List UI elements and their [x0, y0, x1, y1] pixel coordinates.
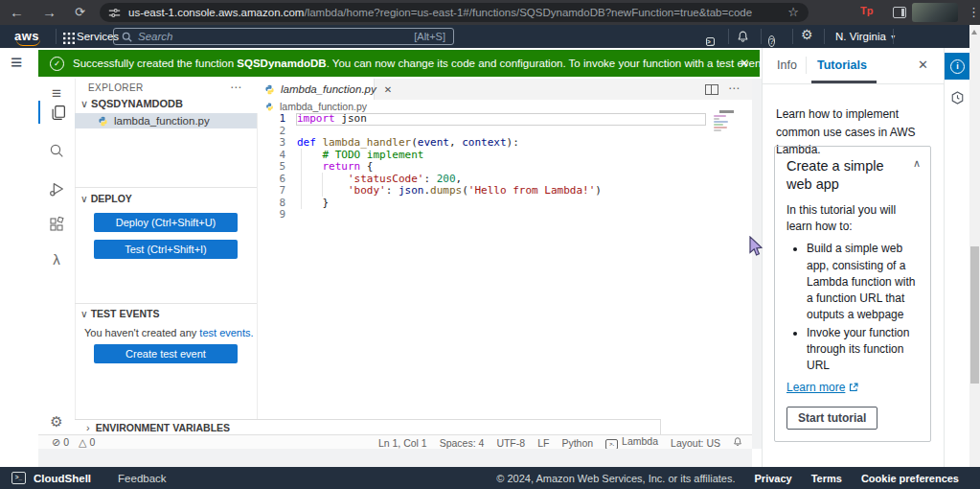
python-file-icon — [98, 116, 108, 127]
explorer-icon[interactable] — [38, 101, 77, 124]
footer-privacy-link[interactable]: Privacy — [755, 473, 792, 484]
status-cursor-position[interactable]: Ln 1, Col 1 — [378, 437, 427, 449]
external-link-icon — [849, 383, 858, 392]
reload-icon[interactable]: ⟳ — [75, 1, 85, 24]
minimap-slider[interactable] — [719, 110, 734, 113]
info-panel-toggle[interactable]: i — [945, 53, 970, 80]
console-footer: >_ CloudShell Feedback © 2024, Amazon We… — [0, 467, 980, 489]
tab-strip: lambda_function.py ✕ ⋯ — [257, 79, 752, 100]
code-editor: ≡ λ ⚙ — [38, 79, 752, 449]
extension-tp-icon[interactable]: Tp — [860, 5, 873, 16]
status-language[interactable]: Python — [561, 437, 593, 449]
aws-logo[interactable]: aws — [14, 29, 39, 43]
aws-search-input[interactable]: Search [Alt+S] — [113, 28, 454, 45]
help-panel: Info Tutorials ✕ Learn how to implement … — [762, 48, 945, 467]
side-panel-icon[interactable] — [893, 7, 906, 18]
console-nav-hamburger-icon[interactable]: ≡ — [11, 51, 22, 74]
footer-terms-link[interactable]: Terms — [811, 473, 842, 484]
test-events-section-header[interactable]: ∨TEST EVENTS — [80, 308, 159, 319]
explorer-header: EXPLORER — [88, 82, 144, 93]
forward-icon[interactable]: → — [42, 1, 57, 24]
manage-gear-icon[interactable]: ⚙ — [38, 410, 75, 433]
footer-cloudshell[interactable]: CloudShell — [34, 473, 91, 484]
errors-count[interactable]: ⊘ 0 — [52, 436, 69, 449]
tree-folder[interactable]: ∨SQSDYNAMDODB — [80, 98, 183, 110]
cloudshell-icon[interactable]: >_ — [706, 31, 715, 48]
test-events-link[interactable]: test events. — [199, 327, 253, 338]
site-info-icon[interactable] — [108, 7, 121, 19]
flashbar-close-icon[interactable]: ✕ — [740, 57, 749, 70]
no-test-events-text: You haven't created any test events. — [84, 327, 254, 338]
search-shortcut: [Alt+S] — [414, 31, 445, 42]
code-line[interactable]: 1import json — [257, 113, 752, 126]
scroll-up-icon[interactable] — [971, 30, 977, 35]
success-flashbar: ✓ Successfully created the function SQSD… — [38, 50, 760, 77]
tree-file-lambda-function[interactable]: lambda_function.py — [75, 113, 257, 128]
code-line[interactable]: 8 } — [257, 198, 752, 210]
create-test-event-button[interactable]: Create test event (Ctrl+Shift+C) — [94, 344, 238, 363]
status-eol[interactable]: LF — [537, 437, 549, 449]
success-check-icon: ✓ — [50, 57, 64, 71]
environment-variables-section[interactable]: › ENVIRONMENT VARIABLES — [75, 419, 661, 435]
recent-activity-icon[interactable] — [950, 90, 965, 109]
deploy-button[interactable]: Deploy (Ctrl+Shift+U) — [94, 213, 238, 232]
address-bar[interactable]: us-east-1.console.aws.amazon.com/lambda/… — [100, 3, 809, 22]
collapse-chevron-icon[interactable]: ∧ — [913, 157, 921, 194]
tutorial-card-lead: In this tutorial you will learn how to: — [786, 202, 921, 236]
cloudshell-icon[interactable]: >_ — [11, 472, 26, 484]
region-selector[interactable]: N. Virginia▼ — [835, 31, 897, 42]
info-icon: i — [950, 59, 965, 74]
tab-lambda-function[interactable]: lambda_function.py ✕ — [257, 79, 375, 100]
tab-tutorials[interactable]: Tutorials — [817, 58, 867, 72]
breadcrumb[interactable]: lambda_function.py — [257, 100, 752, 113]
error-icon: ⊘ — [52, 436, 60, 448]
screen: ← → ⟳ us-east-1.console.aws.amazon.com/l… — [0, 0, 980, 489]
status-layout[interactable]: Layout: US — [671, 437, 720, 449]
search-placeholder: Search — [138, 31, 172, 42]
start-tutorial-button[interactable]: Start tutorial — [786, 407, 877, 430]
tutorial-bullets: Build a simple web app, consisting of a … — [786, 241, 921, 373]
explorer-more-icon[interactable]: ⋯ — [230, 81, 241, 94]
tutorial-card-title: Create a simple web app — [786, 157, 900, 194]
settings-gear-icon[interactable]: ⚙ — [801, 27, 813, 42]
minimap[interactable] — [714, 115, 735, 132]
aws-lambda-panel-icon[interactable]: λ — [38, 247, 75, 270]
learn-more-link[interactable]: Learn more — [786, 381, 921, 394]
editor-more-icon[interactable]: ⋯ — [728, 82, 740, 95]
chevron-down-icon: ∨ — [80, 98, 88, 109]
footer-copyright: © 2024, Amazon Web Services, Inc. or its… — [496, 473, 735, 484]
tab-close-icon[interactable]: ✕ — [384, 84, 392, 95]
code-line[interactable]: 7 'body': json.dumps('Hello from Lambda!… — [257, 185, 752, 198]
split-editor-icon[interactable] — [705, 84, 718, 95]
tab-info[interactable]: Info — [777, 58, 797, 72]
code-lines[interactable]: 1import json23def lambda_handler(event, … — [257, 113, 752, 419]
status-bell-icon[interactable] — [733, 436, 742, 449]
browser-menu-icon[interactable]: ⋮ — [968, 1, 980, 24]
footer-cookie-link[interactable]: Cookie preferences — [861, 473, 959, 484]
help-icon-rail: i — [944, 48, 970, 467]
browser-profile-avatar[interactable] — [912, 3, 958, 22]
back-icon[interactable]: ← — [10, 1, 24, 24]
status-runtime[interactable]: >.Lambda — [605, 435, 658, 450]
python-file-icon — [265, 103, 274, 111]
warning-icon: △ — [79, 436, 86, 448]
help-icon[interactable]: ? — [768, 31, 775, 48]
page-scrollbar[interactable] — [969, 25, 980, 489]
search-panel-icon[interactable] — [38, 139, 75, 162]
deploy-section-header[interactable]: ∨DEPLOY — [80, 193, 132, 204]
python-file-icon — [264, 84, 275, 95]
test-button[interactable]: Test (Ctrl+Shift+I) — [94, 240, 238, 259]
status-encoding[interactable]: UTF-8 — [496, 437, 525, 449]
scrollbar-thumb[interactable] — [970, 246, 979, 384]
browser-toolbar: ← → ⟳ us-east-1.console.aws.amazon.com/l… — [0, 0, 980, 25]
run-debug-icon[interactable] — [38, 177, 75, 200]
footer-feedback[interactable]: Feedback — [118, 473, 167, 484]
help-close-icon[interactable]: ✕ — [918, 58, 928, 72]
extensions-icon[interactable] — [38, 213, 75, 236]
code-line[interactable]: 9 — [257, 209, 752, 221]
services-grid-icon[interactable] — [63, 31, 75, 48]
notifications-bell-icon[interactable] — [737, 30, 749, 47]
warnings-count[interactable]: △ 0 — [79, 436, 95, 449]
bookmark-star-icon[interactable]: ☆ — [787, 5, 799, 19]
status-indentation[interactable]: Spaces: 4 — [440, 437, 485, 449]
